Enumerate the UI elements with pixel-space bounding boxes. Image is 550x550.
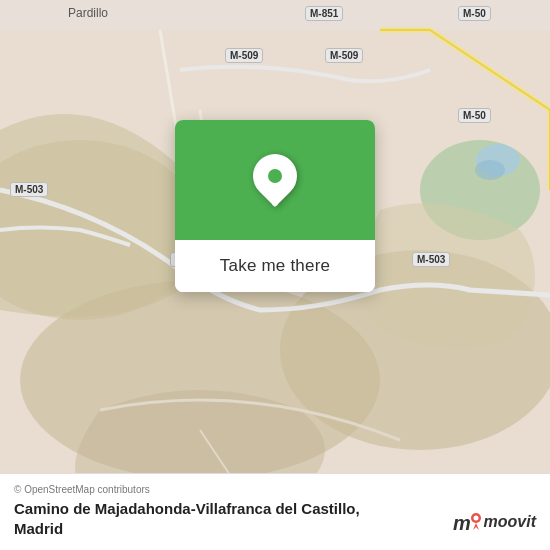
road-label-m503-left: M-503 [10,182,48,197]
location-pin-icon [253,154,297,206]
card-map-header [175,120,375,240]
moovit-text: moovit [484,513,536,531]
take-me-there-button[interactable]: Take me there [175,240,375,292]
svg-text:m: m [453,512,471,534]
moovit-logo-icon: m [453,508,481,536]
road-label-m509-2: M-509 [325,48,363,63]
svg-point-6 [475,160,505,180]
road-label-m851: M-851 [305,6,343,21]
road-label-m503-far: M-503 [412,252,450,267]
road-label-m509-1: M-509 [225,48,263,63]
road-label-m50-right: M-50 [458,108,491,123]
svg-point-9 [473,516,478,521]
road-label-m50-top: M-50 [458,6,491,21]
place-label: Pardillo [68,6,108,20]
bottom-bar: © OpenStreetMap contributors Camino de M… [0,473,550,550]
moovit-logo: m moovit [453,508,536,536]
location-card: Take me there [175,120,375,292]
map-container: Pardillo M-851 M-50 M-503 M-503 M-503 M-… [0,0,550,550]
copyright-text: © OpenStreetMap contributors [14,484,536,495]
